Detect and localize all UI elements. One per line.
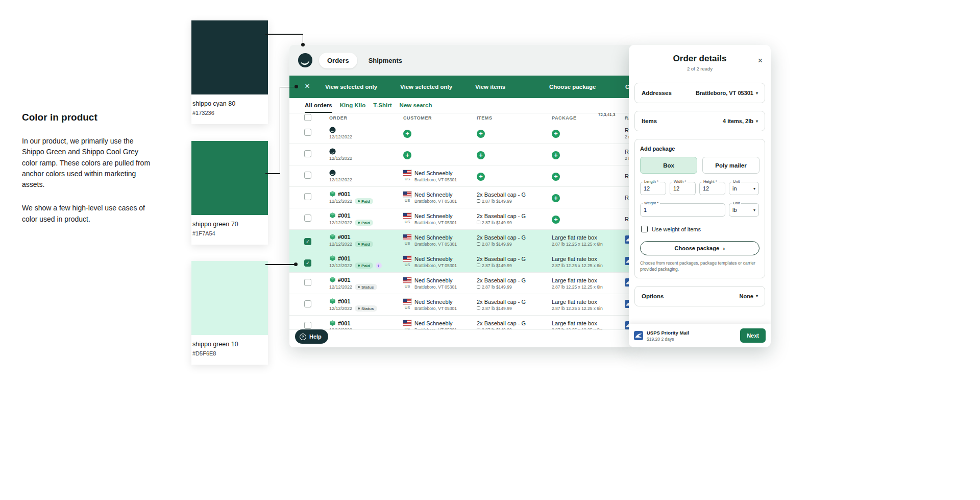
- badge-dot: [358, 243, 360, 245]
- order-id: #001: [338, 277, 350, 283]
- add-items-button[interactable]: +: [477, 130, 485, 138]
- help-button[interactable]: ? Help: [295, 329, 328, 344]
- action-view-selected-only-1[interactable]: View selected only: [325, 84, 377, 90]
- orders-app-window: Orders Shipments × View selected only Vi…: [289, 45, 633, 347]
- order-id: #001: [338, 234, 350, 240]
- weight-icon: [477, 221, 480, 224]
- item-title: 2x Baseball cap - G: [477, 299, 552, 305]
- tab-all-orders[interactable]: All orders: [305, 102, 332, 113]
- us-flag-icon: [403, 213, 411, 219]
- row-checkbox[interactable]: [304, 279, 311, 286]
- tab-t-shirt[interactable]: T-Shirt: [373, 102, 391, 113]
- service-eta: 2 days: [661, 337, 674, 342]
- table-row[interactable]: #00112/12/2022PaidUSNed SchneeblyBrattle…: [289, 187, 633, 208]
- order-date: 12/12/2022: [329, 177, 352, 182]
- add-items-button[interactable]: +: [477, 151, 485, 159]
- options-value: None: [739, 293, 753, 299]
- item-title: 2x Baseball cap - G: [477, 256, 552, 262]
- swatch-name: shippo green 70: [192, 221, 268, 228]
- width-label: Width *: [672, 179, 688, 184]
- row-checkbox[interactable]: ✓: [304, 259, 311, 267]
- close-icon[interactable]: ×: [758, 57, 763, 65]
- customer-address: Brattleboro, VT 05301: [414, 242, 457, 247]
- order-status-badge: Paid: [355, 241, 373, 247]
- row-checkbox[interactable]: [304, 300, 311, 307]
- weight-icon: [477, 242, 480, 246]
- action-choose-package[interactable]: Choose package: [549, 84, 596, 90]
- intro-section: Color in product In our product, we prim…: [22, 112, 155, 225]
- row-checkbox[interactable]: [304, 193, 311, 200]
- table-row[interactable]: 12/12/2022+++Ra2 n: [289, 144, 633, 165]
- table-row[interactable]: 12/12/2022+++Ra2 n: [289, 123, 633, 144]
- tab-king-kilo[interactable]: King Kilo: [340, 102, 365, 113]
- connector-line: [265, 264, 296, 265]
- row-checkbox[interactable]: [304, 129, 311, 136]
- orders-table-body: 12/12/2022+++Ra2 n12/12/2022+++Ra2 n12/1…: [289, 123, 633, 337]
- height-label: Height *: [702, 179, 719, 184]
- addresses-label: Addresses: [642, 90, 672, 96]
- add-package-button[interactable]: +: [552, 194, 560, 202]
- row-checkbox[interactable]: [304, 215, 311, 222]
- parcel-icon: [329, 320, 336, 326]
- order-id: #001: [338, 320, 350, 326]
- item-meta: 2.87 lb $149.99: [482, 263, 512, 268]
- annotation-numbers: 72,3,41,3: [598, 112, 615, 117]
- swatch-card-cyan-80: shippo cyan 80 #173236: [191, 20, 268, 124]
- swatch-name: shippo cyan 80: [192, 100, 268, 107]
- options-row[interactable]: Options None ▾: [634, 286, 765, 306]
- shippo-order-icon: [329, 127, 336, 133]
- use-weight-checkbox[interactable]: [641, 226, 648, 232]
- tab-new-search[interactable]: New search: [400, 102, 432, 113]
- row-checkbox[interactable]: [304, 322, 311, 329]
- row-checkbox[interactable]: [304, 172, 311, 179]
- parcel-icon: [329, 276, 336, 283]
- add-package-button[interactable]: +: [552, 151, 560, 159]
- add-customer-button[interactable]: +: [403, 130, 411, 138]
- action-view-items[interactable]: View items: [475, 84, 505, 90]
- package-title: Large flat rate box: [552, 320, 625, 326]
- add-package-button[interactable]: +: [552, 130, 560, 138]
- tab-orders[interactable]: Orders: [319, 53, 357, 68]
- intro-paragraph-1: In our product, we primarily use the Shi…: [22, 136, 155, 190]
- items-row[interactable]: Items 4 items, 2lb ▾: [634, 111, 765, 131]
- tab-shipments[interactable]: Shipments: [369, 57, 402, 64]
- panel-subtitle: 2 of 2 ready: [629, 66, 771, 72]
- add-customer-button[interactable]: +: [403, 151, 411, 159]
- addresses-value: Brattleboro, VT 05301: [696, 90, 753, 96]
- row-checkbox[interactable]: ✓: [304, 238, 311, 245]
- weight-unit-label: Unit: [731, 201, 741, 205]
- choose-package-button[interactable]: Choose package ›: [640, 241, 760, 255]
- table-row[interactable]: #00112/12/2022StatusUSNed SchneeblyBratt…: [289, 294, 633, 316]
- add-package-button[interactable]: +: [552, 216, 560, 224]
- question-icon: ?: [300, 334, 306, 340]
- length-field: Length *: [640, 182, 666, 195]
- connector-line: [280, 87, 296, 88]
- customer-name: Ned Schneebly: [414, 277, 457, 283]
- select-all-checkbox[interactable]: [304, 114, 311, 121]
- swatch-color-1: [191, 141, 268, 215]
- order-date: 12/12/2022: [329, 306, 352, 311]
- table-row[interactable]: ✓#00112/12/2022PaidUSNed SchneeblyBrattl…: [289, 251, 633, 273]
- customer-address: Brattleboro, VT 05301: [414, 177, 457, 182]
- next-button[interactable]: Next: [740, 328, 766, 343]
- swatch-color-2: [191, 261, 268, 335]
- table-row[interactable]: 12/12/2022USNed SchneeblyBrattleboro, VT…: [289, 165, 633, 187]
- parcel-icon: [329, 298, 336, 304]
- table-row[interactable]: #00112/12/2022PaidUSNed SchneeblyBrattle…: [289, 208, 633, 230]
- add-items-button[interactable]: +: [477, 173, 485, 181]
- table-row[interactable]: #00112/12/2022StatusUSNed SchneeblyBratt…: [289, 273, 633, 294]
- badge-dot: [358, 222, 360, 224]
- weight-row: Weight * Unit lb ▾: [640, 203, 760, 217]
- add-package-button[interactable]: +: [552, 173, 560, 181]
- row-checkbox[interactable]: [304, 150, 311, 157]
- country-code: US: [405, 198, 410, 203]
- addresses-row[interactable]: Addresses Brattleboro, VT 05301 ▾: [634, 83, 765, 103]
- chevron-right-icon: ›: [723, 245, 725, 252]
- table-row[interactable]: ✓#00112/12/2022PaidUSNed SchneeblyBrattl…: [289, 230, 633, 251]
- package-type-box-button[interactable]: Box: [640, 157, 697, 174]
- close-selection-icon[interactable]: ×: [305, 82, 310, 90]
- package-type-poly-mailer-button[interactable]: Poly mailer: [702, 157, 760, 174]
- action-view-selected-only-2[interactable]: View selected only: [400, 84, 452, 90]
- shippo-logo[interactable]: [298, 53, 313, 68]
- badge-dot: [358, 286, 360, 288]
